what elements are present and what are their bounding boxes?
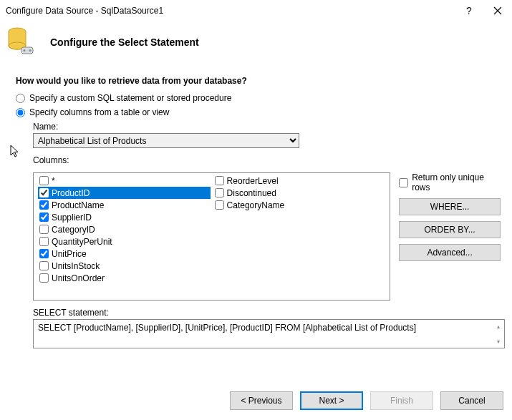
wizard-header: Configure the Select Statement [0, 21, 512, 72]
radio-custom-sql[interactable] [16, 94, 25, 103]
unique-rows-checkbox[interactable] [399, 178, 408, 187]
column-label: UnitsInStock [52, 261, 100, 271]
close-button[interactable] [483, 0, 512, 21]
column-item-productname[interactable]: ProductName [38, 199, 211, 211]
svg-rect-2 [21, 47, 33, 54]
name-label: Name: [33, 122, 501, 132]
select-statement-box: SELECT [ProductName], [SupplierID], [Uni… [33, 319, 505, 348]
column-item-star[interactable]: * [38, 175, 211, 187]
select-statement-label: SELECT statement: [33, 308, 501, 318]
columns-listbox[interactable]: * ProductID ProductName SupplierID Categ… [33, 172, 390, 301]
column-checkbox[interactable] [39, 237, 49, 246]
column-checkbox[interactable] [215, 200, 224, 210]
close-icon [493, 6, 502, 15]
column-checkbox[interactable] [39, 188, 49, 197]
finish-button: Finish [370, 391, 433, 410]
titlebar: Configure Data Source - SqlDataSource1 ? [0, 0, 512, 21]
column-checkbox[interactable] [39, 225, 49, 234]
column-item-unitsinstock[interactable]: UnitsInStock [38, 260, 211, 272]
next-button[interactable]: Next > [300, 391, 363, 410]
column-label: ProductName [52, 200, 104, 210]
column-checkbox[interactable] [39, 213, 49, 222]
svg-point-4 [29, 49, 32, 52]
column-checkbox[interactable] [39, 200, 49, 210]
column-item-unitsonorder[interactable]: UnitsOnOrder [38, 272, 211, 284]
database-icon [7, 27, 36, 57]
column-checkbox[interactable] [39, 273, 49, 283]
table-select[interactable]: Alphabetical List of Products [33, 133, 299, 148]
column-label: * [52, 176, 55, 186]
column-checkbox[interactable] [39, 176, 49, 185]
columns-label: Columns: [33, 155, 501, 165]
column-checkbox[interactable] [39, 249, 49, 258]
wizard-footer: < Previous Next > Finish Cancel [0, 384, 512, 420]
column-label: CategoryName [227, 200, 285, 210]
column-checkbox[interactable] [215, 176, 224, 185]
column-label: SupplierID [52, 213, 92, 223]
column-item-supplierid[interactable]: SupplierID [38, 211, 211, 223]
column-label: ReorderLevel [227, 176, 279, 186]
radio-columns-label[interactable]: Specify columns from a table or view [29, 107, 169, 117]
column-item-categoryname[interactable]: CategoryName [213, 199, 386, 211]
svg-point-3 [24, 49, 26, 52]
column-item-quantityperunit[interactable]: QuantityPerUnit [38, 235, 211, 248]
help-button[interactable]: ? [455, 0, 483, 21]
previous-button[interactable]: < Previous [230, 391, 293, 410]
radio-columns[interactable] [16, 108, 25, 117]
column-checkbox[interactable] [215, 188, 224, 197]
column-label: ProductID [52, 188, 90, 198]
scroll-down-icon[interactable]: ▾ [493, 336, 503, 347]
column-item-discontinued[interactable]: Discontinued [213, 187, 386, 199]
column-label: QuantityPerUnit [52, 237, 112, 247]
unique-rows-label[interactable]: Return only unique rows [412, 172, 501, 192]
column-item-productid[interactable]: ProductID [38, 187, 211, 199]
column-checkbox[interactable] [39, 261, 49, 270]
column-label: UnitsOnOrder [52, 273, 105, 283]
column-item-reorderlevel[interactable]: ReorderLevel [213, 175, 386, 187]
column-item-categoryid[interactable]: CategoryID [38, 223, 211, 235]
advanced-button[interactable]: Advanced... [399, 244, 501, 261]
select-statement-text: SELECT [ProductName], [SupplierID], [Uni… [34, 320, 504, 336]
prompt-text: How would you like to retrieve data from… [16, 76, 501, 86]
cancel-button[interactable]: Cancel [440, 391, 503, 410]
column-label: CategoryID [52, 225, 95, 235]
window-title: Configure Data Source - SqlDataSource1 [6, 6, 163, 16]
column-item-unitprice[interactable]: UnitPrice [38, 248, 211, 260]
where-button[interactable]: WHERE... [399, 198, 501, 215]
orderby-button[interactable]: ORDER BY... [399, 221, 501, 238]
column-label: UnitPrice [52, 249, 87, 259]
page-title: Configure the Select Statement [50, 36, 199, 48]
column-label: Discontinued [227, 188, 276, 198]
scroll-up-icon[interactable]: ▴ [493, 321, 503, 332]
radio-custom-sql-label[interactable]: Specify a custom SQL statement or stored… [29, 93, 231, 103]
